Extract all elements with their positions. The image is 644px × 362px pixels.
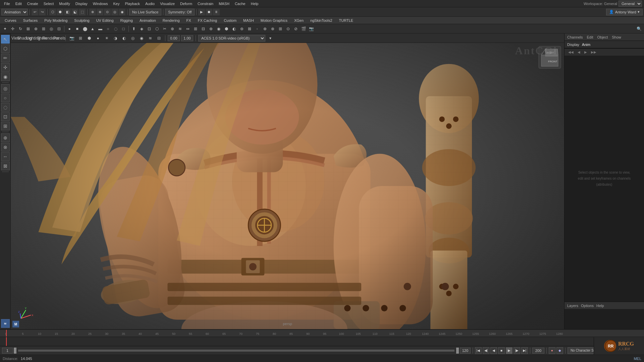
menu-select[interactable]: Select <box>42 1 56 6</box>
tool-move[interactable]: ✢ <box>1 63 10 72</box>
menu-motion-graphics[interactable]: Motion Graphics <box>257 18 291 23</box>
vp-lighting-icon[interactable]: ☀ <box>103 35 110 42</box>
key-breakdown-btn[interactable]: ◆ <box>556 347 563 354</box>
colorspace-dropdown-icon[interactable]: ▾ <box>267 35 274 42</box>
nurbs-cube[interactable]: □ <box>120 25 127 33</box>
smooth[interactable]: ≋ <box>176 25 184 33</box>
soft-select-tool[interactable]: ◎ <box>48 25 55 33</box>
tool-select[interactable]: ↖ <box>1 35 10 44</box>
gamma-input[interactable] <box>181 35 193 41</box>
menu-rigging[interactable]: Rigging <box>117 18 136 23</box>
menu-mash2[interactable]: MASH <box>240 18 257 23</box>
boolean[interactable]: ⊕ <box>207 25 215 33</box>
channels-arrow-next-next[interactable]: ▶▶ <box>590 50 597 54</box>
vp-shadow-icon[interactable]: ◑ <box>112 35 119 42</box>
tab-help[interactable]: Help <box>596 304 604 308</box>
separate[interactable]: ⊟ <box>200 25 207 33</box>
range-start-handle[interactable] <box>14 348 16 354</box>
menu-key[interactable]: Key <box>111 1 121 6</box>
channels-arrow-next[interactable]: ▶ <box>583 50 588 54</box>
tool-sculpt-flatten[interactable]: ⊡ <box>1 112 10 121</box>
vp-grid-icon[interactable]: ⊞ <box>77 35 84 42</box>
menu-ngskintool[interactable]: ngSkinTools2 <box>307 18 335 23</box>
menu-create[interactable]: Create <box>25 1 40 6</box>
tab-layers[interactable]: Layers <box>567 304 578 308</box>
tab-options[interactable]: Options <box>581 304 594 308</box>
end-frame-input[interactable]: 120 <box>460 348 471 354</box>
search-icon[interactable]: 🔍 <box>635 25 643 33</box>
redo-btn[interactable]: ↪ <box>39 9 46 15</box>
stop-btn[interactable]: ■ <box>498 347 505 354</box>
no-live-surface-btn[interactable]: No Live Surface <box>129 9 161 15</box>
vp-aa-icon[interactable]: ◉ <box>138 35 145 42</box>
mel-label[interactable]: MEL <box>634 357 641 361</box>
menu-display[interactable]: Display <box>73 1 90 6</box>
poly-plane[interactable]: ▬ <box>97 25 104 33</box>
frame-range-bar[interactable] <box>18 350 454 352</box>
stop-icon[interactable]: ⏹ <box>206 9 212 15</box>
vp-camera-icon[interactable]: 📷 <box>68 35 75 42</box>
constraint[interactable]: ⊠ <box>246 25 253 33</box>
menu-curves[interactable]: Curves <box>1 18 20 23</box>
menu-turtle[interactable]: TURTLE <box>336 18 357 23</box>
tool-sculpt-pull[interactable]: ◎ <box>1 84 10 93</box>
nurbs-sphere[interactable]: ◌ <box>112 25 119 33</box>
tb-icon-7[interactable]: ⊗ <box>97 9 103 15</box>
menu-fx[interactable]: FX <box>183 18 195 23</box>
channels-arrow-prev-prev[interactable]: ◀◀ <box>567 50 575 54</box>
universal-tool[interactable]: ⊕ <box>32 25 40 33</box>
tb-icon-1[interactable]: ⬡ <box>49 9 56 15</box>
tab-channels[interactable]: Channels <box>567 35 583 39</box>
connect[interactable]: ⊕ <box>169 25 176 33</box>
tb-icon-2[interactable]: ⬢ <box>57 9 63 15</box>
render-icon[interactable]: 🎬 <box>300 25 307 33</box>
tool-paint[interactable]: ✏ <box>1 54 10 62</box>
tb-icon-3[interactable]: ◧ <box>64 9 71 15</box>
exposure-input[interactable] <box>168 35 180 41</box>
tb-icon-5[interactable]: ⬚ <box>79 9 86 15</box>
play-backward-btn[interactable]: ◀ <box>490 347 497 354</box>
vp-lighting-menu[interactable]: Lighting <box>30 35 37 42</box>
menu-modify[interactable]: Modify <box>57 1 72 6</box>
jump-start-btn[interactable]: |◀ <box>475 347 482 354</box>
menu-deform[interactable]: Deform <box>178 1 194 6</box>
menu-mash[interactable]: MASH <box>217 1 231 6</box>
poly-cone[interactable]: ▲ <box>89 25 96 33</box>
deformer[interactable]: ◦ <box>254 25 261 33</box>
tb-icon-9[interactable]: ◎ <box>111 9 118 15</box>
tool-soft-mod[interactable]: ⊕ <box>1 133 10 142</box>
show-manip-tool[interactable]: ⊞ <box>40 25 47 33</box>
play-forward-btn[interactable]: ▶ <box>506 347 513 354</box>
vp-smooth-icon[interactable]: ● <box>94 35 102 42</box>
menu-surfaces[interactable]: Surfaces <box>20 18 41 23</box>
snap-grid[interactable]: ⊟ <box>55 25 63 33</box>
end-frame2-input[interactable]: 200 <box>532 348 544 354</box>
rivet[interactable]: ⊛ <box>238 25 246 33</box>
tool-crease[interactable]: ⊗ <box>1 143 10 152</box>
menu-constrain[interactable]: Constrain <box>196 1 215 6</box>
retopo[interactable]: ⬢ <box>223 25 230 33</box>
extrude[interactable]: ⬆ <box>130 25 138 33</box>
cluster[interactable]: ⊗ <box>269 25 276 33</box>
poly-cube[interactable]: ■ <box>73 25 81 33</box>
menu-help[interactable]: Help <box>249 1 261 6</box>
menu-visualize[interactable]: Visualize <box>158 1 177 6</box>
skin-bind[interactable]: ⊙ <box>284 25 292 33</box>
combine[interactable]: ⊞ <box>192 25 199 33</box>
menu-animation[interactable]: Animation <box>136 18 159 23</box>
fill-hole[interactable]: ⬡ <box>153 25 161 33</box>
channels-arrow-prev[interactable]: ◀ <box>577 50 581 54</box>
lattice[interactable]: ⊞ <box>277 25 284 33</box>
vp-hud-icon[interactable]: ⊟ <box>155 35 163 42</box>
tool-snap[interactable]: ⊠ <box>1 162 10 170</box>
camera-icon[interactable]: 📷 <box>308 25 315 33</box>
menu-fx-caching[interactable]: FX Caching <box>195 18 220 23</box>
user-profile-btn[interactable]: 👤 Antony Ward ▾ <box>606 9 643 15</box>
jump-end-btn[interactable]: ▶| <box>521 347 528 354</box>
tool-lasso[interactable]: ⬡ <box>1 44 10 53</box>
workspace-select[interactable]: General <box>619 1 642 7</box>
tab-object[interactable]: Object <box>597 35 608 39</box>
vp-ao-icon[interactable]: ◐ <box>120 35 128 42</box>
skin-detach[interactable]: ⊘ <box>292 25 300 33</box>
tool-sculpt-push[interactable]: ◉ <box>1 72 10 81</box>
